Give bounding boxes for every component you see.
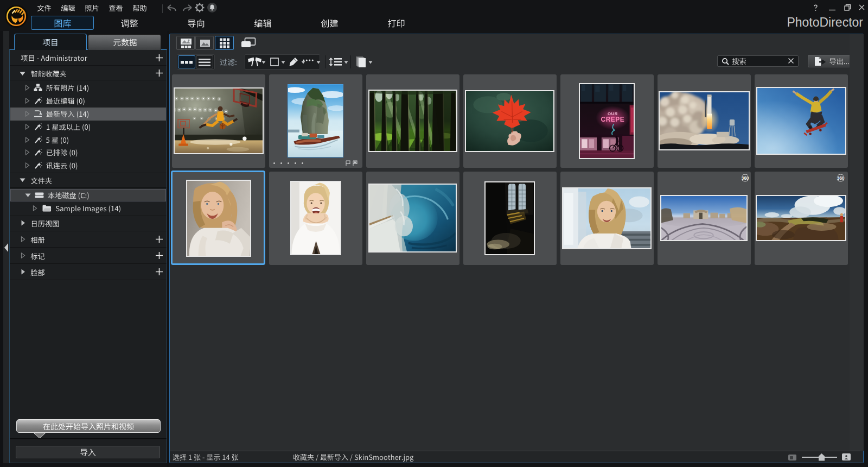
svg-text:360: 360	[741, 175, 749, 181]
svg-text:CREPE: CREPE	[601, 116, 625, 123]
svg-text:360: 360	[837, 175, 844, 181]
